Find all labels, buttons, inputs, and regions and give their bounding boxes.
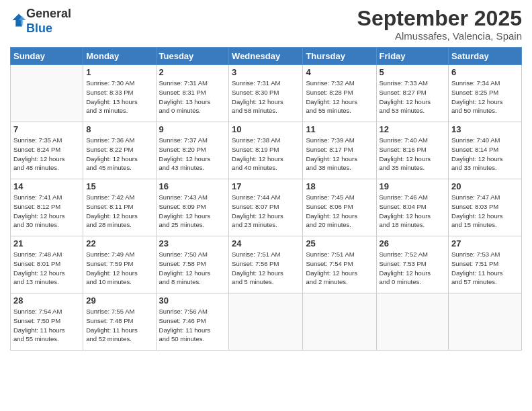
day-info: Sunrise: 7:40 AM Sunset: 8:16 PM Dayligh… (380, 136, 446, 173)
calendar-cell: 6Sunrise: 7:34 AM Sunset: 8:25 PM Daylig… (449, 65, 522, 122)
day-info: Sunrise: 7:48 AM Sunset: 8:01 PM Dayligh… (13, 250, 80, 287)
day-info: Sunrise: 7:46 AM Sunset: 8:04 PM Dayligh… (380, 193, 446, 230)
weekday-header: Saturday (449, 48, 522, 65)
day-info: Sunrise: 7:42 AM Sunset: 8:11 PM Dayligh… (86, 193, 152, 230)
day-number: 28 (13, 295, 80, 306)
weekday-header: Sunday (11, 48, 83, 65)
day-info: Sunrise: 7:45 AM Sunset: 8:06 PM Dayligh… (306, 193, 373, 230)
day-number: 18 (306, 181, 373, 191)
calendar-cell (449, 293, 522, 351)
day-number: 12 (380, 124, 446, 134)
calendar-cell: 4Sunrise: 7:32 AM Sunset: 8:28 PM Daylig… (303, 65, 376, 122)
day-number: 8 (86, 124, 152, 134)
calendar-cell: 23Sunrise: 7:50 AM Sunset: 7:58 PM Dayli… (156, 236, 229, 293)
calendar-cell: 15Sunrise: 7:42 AM Sunset: 8:11 PM Dayli… (83, 179, 156, 236)
day-info: Sunrise: 7:51 AM Sunset: 7:54 PM Dayligh… (306, 250, 373, 287)
day-number: 26 (380, 238, 446, 248)
day-number: 10 (232, 124, 300, 134)
calendar-cell: 11Sunrise: 7:39 AM Sunset: 8:17 PM Dayli… (303, 122, 376, 179)
calendar-cell: 12Sunrise: 7:40 AM Sunset: 8:16 PM Dayli… (376, 122, 449, 179)
day-number: 17 (232, 181, 300, 191)
calendar-cell: 26Sunrise: 7:52 AM Sunset: 7:53 PM Dayli… (376, 236, 449, 293)
day-info: Sunrise: 7:36 AM Sunset: 8:22 PM Dayligh… (86, 136, 152, 173)
day-number: 20 (451, 181, 519, 191)
weekday-header: Wednesday (229, 48, 303, 65)
calendar-cell: 16Sunrise: 7:43 AM Sunset: 8:09 PM Dayli… (156, 179, 229, 236)
calendar-week-row: 1Sunrise: 7:30 AM Sunset: 8:33 PM Daylig… (11, 65, 522, 122)
day-number: 24 (232, 238, 300, 248)
day-info: Sunrise: 7:40 AM Sunset: 8:14 PM Dayligh… (451, 136, 519, 173)
calendar-cell (11, 65, 83, 122)
day-number: 13 (451, 124, 519, 134)
calendar-cell: 25Sunrise: 7:51 AM Sunset: 7:54 PM Dayli… (303, 236, 376, 293)
calendar-cell: 14Sunrise: 7:41 AM Sunset: 8:12 PM Dayli… (11, 179, 83, 236)
calendar-cell (376, 293, 449, 351)
day-info: Sunrise: 7:52 AM Sunset: 7:53 PM Dayligh… (380, 250, 446, 287)
calendar-cell: 18Sunrise: 7:45 AM Sunset: 8:06 PM Dayli… (303, 179, 376, 236)
day-number: 1 (86, 67, 152, 77)
weekday-header: Monday (83, 48, 156, 65)
calendar-cell: 20Sunrise: 7:47 AM Sunset: 8:03 PM Dayli… (449, 179, 522, 236)
day-number: 29 (86, 295, 152, 306)
day-number: 27 (451, 238, 519, 248)
day-number: 5 (380, 67, 446, 77)
day-info: Sunrise: 7:34 AM Sunset: 8:25 PM Dayligh… (451, 79, 519, 116)
day-info: Sunrise: 7:50 AM Sunset: 7:58 PM Dayligh… (159, 250, 226, 287)
day-info: Sunrise: 7:31 AM Sunset: 8:30 PM Dayligh… (232, 79, 300, 116)
day-info: Sunrise: 7:39 AM Sunset: 8:17 PM Dayligh… (306, 136, 373, 173)
day-info: Sunrise: 7:56 AM Sunset: 7:46 PM Dayligh… (159, 307, 226, 344)
weekday-header: Friday (376, 48, 449, 65)
day-number: 25 (306, 238, 373, 248)
day-info: Sunrise: 7:32 AM Sunset: 8:28 PM Dayligh… (306, 79, 373, 116)
calendar: SundayMondayTuesdayWednesdayThursdayFrid… (10, 47, 522, 351)
logo-blue: Blue (26, 21, 52, 35)
day-number: 16 (159, 181, 226, 191)
calendar-cell: 3Sunrise: 7:31 AM Sunset: 8:30 PM Daylig… (229, 65, 303, 122)
calendar-cell (229, 293, 303, 351)
weekday-header: Tuesday (156, 48, 229, 65)
title-block: September 2025 Almussafes, Valencia, Spa… (357, 7, 522, 42)
day-number: 15 (86, 181, 152, 191)
day-number: 7 (13, 124, 80, 134)
day-info: Sunrise: 7:54 AM Sunset: 7:50 PM Dayligh… (13, 307, 80, 344)
calendar-cell: 1Sunrise: 7:30 AM Sunset: 8:33 PM Daylig… (83, 65, 156, 122)
calendar-cell: 24Sunrise: 7:51 AM Sunset: 7:56 PM Dayli… (229, 236, 303, 293)
day-info: Sunrise: 7:37 AM Sunset: 8:20 PM Dayligh… (159, 136, 226, 173)
calendar-week-row: 14Sunrise: 7:41 AM Sunset: 8:12 PM Dayli… (11, 179, 522, 236)
day-info: Sunrise: 7:38 AM Sunset: 8:19 PM Dayligh… (232, 136, 300, 173)
day-info: Sunrise: 7:43 AM Sunset: 8:09 PM Dayligh… (159, 193, 226, 230)
page: General Blue September 2025 Almussafes, … (0, 0, 532, 411)
day-number: 21 (13, 238, 80, 248)
calendar-cell: 30Sunrise: 7:56 AM Sunset: 7:46 PM Dayli… (156, 293, 229, 351)
logo-general: General (26, 7, 71, 20)
location: Almussafes, Valencia, Spain (357, 30, 522, 42)
weekday-header-row: SundayMondayTuesdayWednesdayThursdayFrid… (11, 48, 522, 65)
day-info: Sunrise: 7:44 AM Sunset: 8:07 PM Dayligh… (232, 193, 300, 230)
day-info: Sunrise: 7:35 AM Sunset: 8:24 PM Dayligh… (13, 136, 80, 173)
logo-icon (11, 13, 26, 28)
day-number: 14 (13, 181, 80, 191)
logo-text: General Blue (26, 7, 71, 36)
calendar-cell: 13Sunrise: 7:40 AM Sunset: 8:14 PM Dayli… (449, 122, 522, 179)
calendar-cell (303, 293, 376, 351)
month-title: September 2025 (357, 7, 522, 30)
calendar-cell: 8Sunrise: 7:36 AM Sunset: 8:22 PM Daylig… (83, 122, 156, 179)
day-info: Sunrise: 7:47 AM Sunset: 8:03 PM Dayligh… (451, 193, 519, 230)
calendar-cell: 27Sunrise: 7:53 AM Sunset: 7:51 PM Dayli… (449, 236, 522, 293)
day-info: Sunrise: 7:41 AM Sunset: 8:12 PM Dayligh… (13, 193, 80, 230)
day-info: Sunrise: 7:31 AM Sunset: 8:31 PM Dayligh… (159, 79, 226, 116)
day-number: 6 (451, 67, 519, 77)
day-info: Sunrise: 7:53 AM Sunset: 7:51 PM Dayligh… (451, 250, 519, 287)
day-number: 30 (159, 295, 226, 306)
calendar-cell: 10Sunrise: 7:38 AM Sunset: 8:19 PM Dayli… (229, 122, 303, 179)
day-number: 2 (159, 67, 226, 77)
calendar-cell: 22Sunrise: 7:49 AM Sunset: 7:59 PM Dayli… (83, 236, 156, 293)
calendar-cell: 2Sunrise: 7:31 AM Sunset: 8:31 PM Daylig… (156, 65, 229, 122)
calendar-week-row: 28Sunrise: 7:54 AM Sunset: 7:50 PM Dayli… (11, 293, 522, 351)
calendar-week-row: 21Sunrise: 7:48 AM Sunset: 8:01 PM Dayli… (11, 236, 522, 293)
day-info: Sunrise: 7:49 AM Sunset: 7:59 PM Dayligh… (86, 250, 152, 287)
calendar-cell: 9Sunrise: 7:37 AM Sunset: 8:20 PM Daylig… (156, 122, 229, 179)
day-number: 11 (306, 124, 373, 134)
day-number: 4 (306, 67, 373, 77)
calendar-cell: 21Sunrise: 7:48 AM Sunset: 8:01 PM Dayli… (11, 236, 83, 293)
